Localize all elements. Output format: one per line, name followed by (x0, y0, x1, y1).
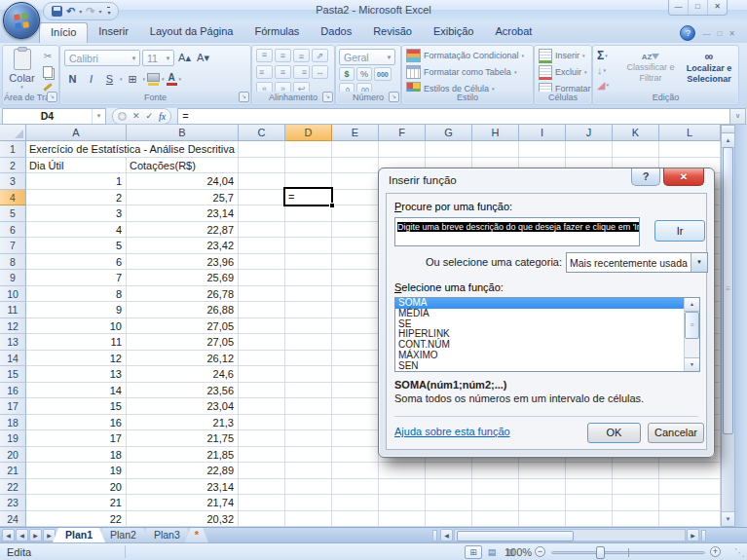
cell-B8[interactable]: 23,96 (127, 254, 239, 271)
copy-button[interactable] (40, 65, 56, 78)
first-sheet-button[interactable]: ◀ (2, 529, 15, 541)
cell-B13[interactable]: 27,05 (127, 334, 239, 351)
cancel-button[interactable]: Cancelar (648, 423, 704, 443)
cell-C3[interactable] (239, 173, 285, 190)
function-item-sen[interactable]: SEN (395, 361, 685, 371)
autosum-button[interactable]: Σ▾ (597, 49, 609, 62)
cell-L22[interactable] (659, 479, 721, 496)
cell-E17[interactable] (332, 398, 379, 415)
row-header-12[interactable]: 12 (0, 318, 26, 335)
column-header-i[interactable]: I (519, 125, 566, 141)
row-header-18[interactable]: 18 (0, 415, 26, 431)
cell-D2[interactable] (285, 158, 332, 174)
column-header-j[interactable]: J (566, 125, 613, 141)
cell-E24[interactable] (332, 511, 379, 528)
cell-J1[interactable] (566, 141, 613, 158)
cell-A11[interactable]: 9 (26, 302, 127, 318)
scroll-thumb[interactable]: ≡ (685, 312, 699, 339)
enter-entry-button[interactable]: ✓ (146, 111, 154, 121)
page-layout-view-button[interactable]: ▤ (483, 545, 501, 559)
workbook-minimize-button[interactable]: — (702, 29, 710, 38)
cell-E16[interactable] (332, 383, 379, 399)
cell-C22[interactable] (239, 479, 285, 496)
cut-button[interactable]: ✂ (40, 50, 56, 62)
paste-dropdown-icon[interactable]: ▾ (6, 84, 38, 90)
font-color-button[interactable]: A (167, 73, 177, 86)
tab-inserir[interactable]: Inserir (88, 21, 139, 43)
cell-G23[interactable] (426, 495, 472, 511)
cell-A7[interactable]: 5 (26, 238, 127, 254)
horizontal-scroll-thumb[interactable] (457, 531, 574, 541)
cell-C21[interactable] (239, 463, 285, 479)
dropdown-icon[interactable]: ▼ (384, 55, 394, 60)
italic-button[interactable]: I (83, 71, 99, 87)
cell-L1[interactable] (659, 141, 721, 158)
clipboard-dialog-launcher[interactable]: ↘ (47, 92, 57, 102)
row-header-1[interactable]: 1 (0, 141, 26, 158)
font-size-combobox[interactable]: 11▼ (142, 50, 174, 66)
help-link[interactable]: Ajuda sobre esta função (394, 426, 510, 437)
zoom-in-button[interactable]: + (710, 546, 721, 557)
format-as-table-button[interactable]: Formatar como Tabela ▾ (406, 64, 516, 80)
cell-A1[interactable]: Exercício de Estatística - Análise Descr… (26, 141, 239, 158)
cell-D7[interactable] (285, 238, 332, 254)
cell-F21[interactable] (379, 463, 426, 479)
cell-E12[interactable] (332, 318, 379, 335)
row-header-4[interactable]: 4 (0, 190, 26, 206)
cell-B24[interactable]: 20,32 (127, 511, 239, 528)
cell-C15[interactable] (239, 366, 285, 383)
scroll-down-button[interactable]: ▼ (722, 511, 734, 526)
cell-H22[interactable] (472, 479, 519, 496)
cell-K1[interactable] (613, 141, 659, 158)
top-align-button[interactable]: ≡ (256, 49, 273, 62)
redo-button[interactable]: ↷ (86, 5, 94, 18)
insert-worksheet-tab[interactable]: * (185, 528, 208, 542)
cell-C16[interactable] (239, 383, 285, 399)
cell-D8[interactable] (285, 254, 332, 271)
cell-B7[interactable]: 23,42 (127, 238, 239, 254)
function-item-m-ximo[interactable]: MÁXIMO (395, 351, 685, 361)
cell-A20[interactable]: 18 (26, 447, 127, 464)
tab-dados[interactable]: Dados (310, 21, 362, 43)
cell-E11[interactable] (332, 302, 379, 318)
center-button[interactable]: ≡ (275, 65, 291, 79)
paste-button[interactable]: Colar ▾ (6, 48, 38, 94)
cell-C17[interactable] (239, 398, 285, 415)
cell-F24[interactable] (379, 511, 426, 528)
cell-C14[interactable] (239, 351, 285, 367)
cell-B12[interactable]: 27,05 (127, 318, 239, 335)
sheet-tab-plan3[interactable]: Plan3 (141, 528, 193, 542)
insert-function-button[interactable]: fx (159, 111, 166, 122)
hscroll-left-button[interactable]: ◀ (440, 529, 453, 541)
cell-D24[interactable] (285, 511, 332, 528)
cell-E13[interactable] (332, 334, 379, 351)
cell-B5[interactable]: 23,14 (127, 205, 239, 222)
column-header-d[interactable]: D (285, 125, 332, 141)
cell-D5[interactable] (285, 205, 332, 222)
cell-E8[interactable] (332, 254, 379, 271)
row-header-23[interactable]: 23 (0, 495, 26, 511)
cell-E19[interactable] (332, 430, 379, 447)
row-header-24[interactable]: 24 (0, 511, 26, 528)
expand-formula-bar-button[interactable]: ∨ (729, 108, 746, 125)
cell-E21[interactable] (332, 463, 379, 479)
cell-B20[interactable]: 21,85 (127, 447, 239, 464)
cell-E15[interactable] (332, 366, 379, 383)
font-color-dropdown-icon[interactable]: ▾ (179, 76, 182, 82)
cell-E10[interactable] (332, 286, 379, 303)
row-header-16[interactable]: 16 (0, 383, 26, 399)
cell-A5[interactable]: 3 (26, 205, 127, 222)
cell-C19[interactable] (239, 430, 285, 447)
maximize-button[interactable]: □ (688, 0, 707, 15)
resize-grip[interactable]: ⋱ (734, 546, 745, 559)
cell-A23[interactable]: 21 (26, 495, 127, 511)
category-combobox[interactable]: Mais recentemente usada ▼ (566, 252, 708, 273)
cell-H23[interactable] (472, 495, 519, 511)
comma-style-button[interactable]: 000 (374, 67, 392, 81)
row-header-3[interactable]: 3 (0, 173, 26, 190)
search-function-input[interactable]: Digite uma breve descrição do que deseja… (394, 217, 640, 246)
column-header-l[interactable]: L (659, 125, 721, 141)
vertical-scrollbar[interactable]: ▲ ≡ ▼ (721, 125, 735, 527)
percent-style-button[interactable]: % (356, 67, 372, 81)
close-button[interactable]: ✕ (707, 0, 727, 15)
